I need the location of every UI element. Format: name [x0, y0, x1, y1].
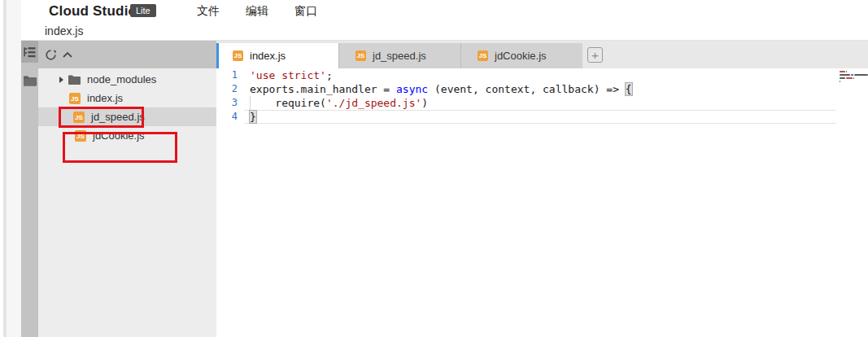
- cloud-studio-window: Cloud Studio Lite 文件编辑窗口 index.js: [0, 0, 868, 337]
- folder-icon: [68, 75, 81, 85]
- tab-label: jd_speed.js: [373, 50, 426, 62]
- plain-token: ;: [326, 69, 333, 81]
- line-number: 4: [216, 110, 244, 124]
- menu-item-2[interactable]: 窗口: [281, 0, 330, 22]
- minimap-segment: [846, 77, 853, 79]
- tab-index.js[interactable]: JSindex.js: [216, 43, 338, 68]
- code-line-4[interactable]: }: [244, 110, 836, 124]
- minimap-segment: [840, 77, 845, 79]
- plain-token: (event, context, callback) =>: [428, 83, 626, 95]
- editor-tab-bar: JSindex.jsJSjd_speed.jsJSjdCookie.js +: [216, 41, 868, 68]
- minimap-segment: [840, 74, 850, 76]
- chevron-right-icon: [59, 77, 63, 83]
- string-token: 'use strict': [250, 69, 326, 81]
- plain-token: ): [421, 97, 428, 109]
- plus-icon: +: [591, 49, 599, 61]
- menu-item-0[interactable]: 文件: [184, 0, 233, 22]
- code-line-3[interactable]: require('./jd_speed.js'): [244, 96, 836, 110]
- annotation-box-1: [59, 107, 144, 128]
- tab-label: jdCookie.js: [495, 50, 547, 62]
- menu-item-1[interactable]: 编辑: [233, 0, 281, 22]
- tree-outline-icon: [24, 46, 36, 58]
- indent-guide: [250, 96, 251, 110]
- code-editor[interactable]: 1234 'use strict';exports.main_handler =…: [216, 68, 868, 337]
- line-number: 2: [216, 82, 244, 96]
- minimap-segment: [853, 77, 854, 79]
- refresh-icon[interactable]: [46, 50, 56, 60]
- minimap-line: [840, 74, 868, 76]
- minimap-segment: [854, 74, 868, 76]
- file-explorer-panel: node_modulesJSindex.jsJSjd_speed.jsJSjdC…: [38, 41, 216, 337]
- tree-item-index.js[interactable]: JSindex.js: [38, 89, 216, 107]
- line-number: 3: [216, 96, 244, 110]
- minimap-line: [840, 77, 854, 79]
- line-number-gutter: 1234: [216, 68, 244, 124]
- breadcrumb: index.js: [21, 22, 868, 41]
- explorer-tree-button[interactable]: [21, 41, 38, 63]
- bracket-match-token: {: [626, 83, 632, 95]
- menu-bar: 文件编辑窗口: [184, 0, 330, 22]
- line-number: 1: [216, 68, 244, 82]
- minimap-segment: [840, 81, 840, 82]
- js-file-icon: JS: [355, 50, 366, 61]
- minimap-segment: [851, 74, 853, 76]
- keyword-token: async: [396, 83, 428, 95]
- minimap[interactable]: [836, 68, 868, 337]
- js-file-icon: JS: [233, 50, 243, 61]
- plain-token: require(: [250, 97, 326, 109]
- new-tab-button[interactable]: +: [587, 47, 603, 63]
- explorer-toolbar: [38, 41, 216, 68]
- minimap-segment: [846, 71, 847, 72]
- tab-label: index.js: [250, 50, 286, 62]
- tree-item-label: index.js: [87, 92, 123, 104]
- code-content[interactable]: 'use strict';exports.main_handler = asyn…: [244, 68, 836, 124]
- code-line-1[interactable]: 'use strict';: [244, 68, 836, 82]
- collapse-all-icon[interactable]: [63, 51, 72, 58]
- js-file-icon: JS: [69, 93, 81, 104]
- js-file-icon: JS: [478, 50, 488, 61]
- string-token: './jd_speed.js': [326, 97, 421, 109]
- tab-jdCookie.js[interactable]: JSjdCookie.js: [460, 43, 582, 68]
- annotation-box-2: [63, 132, 177, 163]
- minimap-segment: [840, 71, 845, 72]
- folder-icon: [24, 76, 37, 86]
- bracket-match-token: }: [250, 111, 256, 123]
- tab-jd_speed.js[interactable]: JSjd_speed.js: [338, 43, 460, 68]
- minimap-line: [840, 71, 847, 72]
- tree-item-label: node_modules: [87, 73, 156, 85]
- window-left-gutter: [7, 0, 21, 337]
- code-line-2[interactable]: exports.main_handler = async (event, con…: [244, 82, 836, 96]
- tree-item-node_modules[interactable]: node_modules: [38, 70, 216, 89]
- tabs: JSindex.jsJSjd_speed.jsJSjdCookie.js: [216, 43, 582, 68]
- breadcrumb-file-name: index.js: [45, 24, 83, 37]
- minimap-line: [840, 81, 840, 82]
- lite-badge: Lite: [130, 4, 156, 17]
- app-logo: Cloud Studio: [49, 3, 137, 20]
- folder-view-button[interactable]: [21, 70, 38, 92]
- plain-token: exports.main_handler =: [250, 83, 396, 95]
- activity-bar: [21, 41, 38, 337]
- top-menu-bar: Cloud Studio Lite 文件编辑窗口: [21, 0, 868, 22]
